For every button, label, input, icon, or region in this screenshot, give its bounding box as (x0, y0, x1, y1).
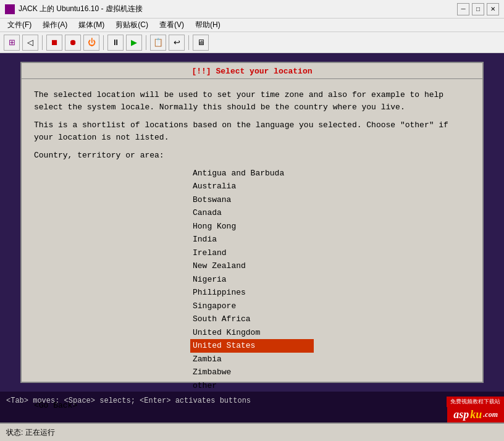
window-icon (5, 4, 15, 14)
menu-clipboard[interactable]: 剪贴板(C) (111, 19, 153, 32)
status-value: 正在运行 (25, 427, 55, 438)
go-back-button[interactable]: <Go Back> (34, 400, 77, 412)
toolbar-separator-4 (188, 35, 189, 50)
country-item[interactable]: Singapore (190, 300, 314, 313)
stop-button[interactable]: ⏹ (46, 35, 62, 51)
watermark-area: 免费视频教程下载站 aspku.com (447, 397, 504, 422)
screen-button[interactable]: 🖥 (193, 35, 209, 51)
country-item[interactable]: other (190, 379, 314, 393)
status-bar: 状态: 正在运行 (0, 422, 504, 441)
dialog-content: The selected location will be used to se… (22, 79, 482, 422)
country-item[interactable]: United States (190, 339, 314, 353)
back-button[interactable]: ◁ (22, 35, 38, 51)
window-controls: ─ □ ✕ (457, 3, 499, 15)
country-item[interactable]: Australia (190, 180, 314, 193)
country-item[interactable]: Nigeria (190, 273, 314, 287)
toolbar: ⊞ ◁ ⏹ ⏺ ⏻ ⏸ ▶ 📋 ↩ 🖥 (0, 32, 504, 53)
menu-view[interactable]: 查看(V) (154, 19, 189, 32)
main-area: [!!] Select your location The selected l… (0, 53, 504, 392)
description-p2: This is a shortlist of locations based o… (34, 119, 470, 143)
vm-icon-button[interactable]: ⊞ (4, 35, 20, 51)
menu-file[interactable]: 文件(F) (2, 19, 36, 32)
country-item[interactable]: Zimbabwe (190, 366, 314, 379)
toolbar-separator-3 (146, 35, 146, 50)
menu-bar: 文件(F) 操作(A) 媒体(M) 剪贴板(C) 查看(V) 帮助(H) (0, 19, 504, 32)
title-bar: JACK 上的 Ubuntu16.10 - 虚拟机连接 ─ □ ✕ (0, 0, 504, 19)
window-title: JACK 上的 Ubuntu16.10 - 虚拟机连接 (19, 4, 457, 14)
close-button[interactable]: ✕ (487, 3, 499, 15)
country-item[interactable]: Philippines (190, 286, 314, 300)
country-item[interactable]: South Africa (190, 313, 314, 326)
country-item[interactable]: United Kingdom (190, 326, 314, 340)
toolbar-separator-1 (42, 35, 43, 50)
undo-button[interactable]: ↩ (169, 35, 185, 51)
country-item[interactable]: Ireland (190, 246, 314, 260)
play-button[interactable]: ▶ (126, 35, 142, 51)
menu-help[interactable]: 帮助(H) (190, 19, 225, 32)
menu-action[interactable]: 操作(A) (38, 19, 72, 32)
country-list: Antigua and BarbudaAustraliaBotswanaCana… (34, 167, 470, 393)
status-label: 状态: (6, 427, 23, 438)
country-item[interactable]: Botswana (190, 193, 314, 207)
country-label: Country, territory or area: (34, 149, 470, 162)
country-item[interactable]: Hong Kong (190, 220, 314, 233)
country-item[interactable]: Canada (190, 206, 314, 220)
watermark-logo: aspku.com (447, 407, 504, 422)
country-item[interactable]: New Zealand (190, 259, 314, 273)
clipboard-button[interactable]: 📋 (150, 35, 166, 51)
record-button[interactable]: ⏺ (65, 35, 81, 51)
power-button[interactable]: ⏻ (83, 35, 99, 51)
country-item[interactable]: India (190, 233, 314, 246)
toolbar-separator-2 (103, 35, 104, 50)
location-dialog: [!!] Select your location The selected l… (20, 62, 484, 383)
description-p1: The selected location will be used to se… (34, 89, 470, 113)
minimize-button[interactable]: ─ (457, 3, 469, 15)
country-item[interactable]: Zambia (190, 353, 314, 366)
dialog-title: [!!] Select your location (22, 63, 482, 79)
watermark-subtext: 免费视频教程下载站 (447, 397, 504, 407)
pause-button[interactable]: ⏸ (107, 35, 124, 51)
menu-media[interactable]: 媒体(M) (74, 19, 109, 32)
restore-button[interactable]: □ (472, 3, 484, 15)
country-item[interactable]: Antigua and Barbuda (190, 167, 314, 180)
